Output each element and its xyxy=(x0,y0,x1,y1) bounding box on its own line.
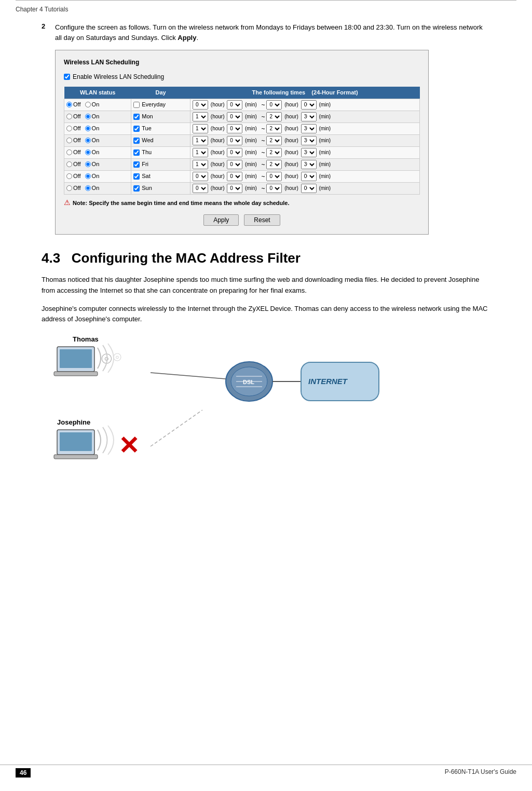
day-cell: Wed xyxy=(131,134,190,146)
radio-on[interactable] xyxy=(85,126,91,131)
day-cell: Sun xyxy=(131,182,190,194)
day-checkbox[interactable] xyxy=(133,114,140,120)
day-label: Sat xyxy=(142,172,151,181)
apply-bold: Apply xyxy=(178,34,196,42)
wlan-status-cell: Off On xyxy=(64,99,131,111)
day-checkbox[interactable] xyxy=(133,126,140,132)
section-number: 4.3 xyxy=(42,250,60,266)
hour2-label: (hour) xyxy=(283,113,299,120)
svg-line-18 xyxy=(151,410,202,446)
hour1-select[interactable]: 0001020304050607080910111213141516171819… xyxy=(193,160,208,169)
hour2-select[interactable]: 0001020304050607080910111213141516171819… xyxy=(266,184,282,193)
day-label: Sun xyxy=(142,184,152,193)
radio-on[interactable] xyxy=(85,161,91,167)
table-row: Off On Fri 00010203040506070809101112131… xyxy=(64,158,420,170)
footer-right: P-660N-T1A User's Guide xyxy=(445,768,516,778)
min2-select[interactable]: 0001020304050607080910111213141516171819… xyxy=(301,100,317,110)
radio-on[interactable] xyxy=(85,185,91,191)
schedule-table: WLAN status Day The following times (24-… xyxy=(64,87,420,195)
radio-off[interactable] xyxy=(66,185,72,191)
day-cell: Mon xyxy=(131,111,190,122)
day-checkbox[interactable] xyxy=(133,102,140,108)
step-text: Configure the screen as follows. Turn on… xyxy=(55,22,490,235)
min1-select[interactable]: 0001020304050607080910111213141516171819… xyxy=(227,160,242,169)
hour1-select[interactable]: 0001020304050607080910111213141516171819… xyxy=(193,184,208,193)
table-row: Off On Tue 00010203040506070809101112131… xyxy=(64,122,420,134)
min-label: (min) xyxy=(243,172,260,180)
section-title: Configuring the MAC Address Filter xyxy=(72,250,301,266)
min1-select[interactable]: 0001020304050607080910111213141516171819… xyxy=(227,172,242,181)
min2-select[interactable]: 0001020304050607080910111213141516171819… xyxy=(301,172,317,181)
radio-off[interactable] xyxy=(66,149,72,155)
time-cell: 0001020304050607080910111213141516171819… xyxy=(190,99,420,111)
hour2-select[interactable]: 0001020304050607080910111213141516171819… xyxy=(266,160,282,169)
hour2-select[interactable]: 0001020304050607080910111213141516171819… xyxy=(266,100,282,110)
hour1-select[interactable]: 0001020304050607080910111213141516171819… xyxy=(193,112,208,121)
radio-off[interactable] xyxy=(66,161,72,167)
min-label: (min) xyxy=(243,113,260,120)
day-cell: Sat xyxy=(131,170,190,182)
day-checkbox[interactable] xyxy=(133,161,140,168)
min1-select[interactable]: 0001020304050607080910111213141516171819… xyxy=(227,148,242,157)
tilde: ~ xyxy=(261,136,265,145)
note-label: Note: xyxy=(73,200,87,206)
tilde: ~ xyxy=(261,184,265,193)
day-cell: Thu xyxy=(131,146,190,158)
hour2-select[interactable]: 0001020304050607080910111213141516171819… xyxy=(266,148,282,157)
radio-on[interactable] xyxy=(85,138,91,143)
min2-select[interactable]: 0001020304050607080910111213141516171819… xyxy=(301,136,317,145)
table-row: Off On Sat 00010203040506070809101112131… xyxy=(64,170,420,182)
hour1-select[interactable]: 0001020304050607080910111213141516171819… xyxy=(193,100,208,110)
radio-off[interactable] xyxy=(66,114,72,119)
hour1-select[interactable]: 0001020304050607080910111213141516171819… xyxy=(193,136,208,145)
day-checkbox[interactable] xyxy=(133,149,140,156)
screenshot-title: Wireless LAN Scheduling xyxy=(64,58,420,67)
min-label: (min) xyxy=(243,101,260,108)
min1-select[interactable]: 0001020304050607080910111213141516171819… xyxy=(227,136,242,145)
hour2-select[interactable]: 0001020304050607080910111213141516171819… xyxy=(266,124,282,133)
min2-select[interactable]: 0001020304050607080910111213141516171819… xyxy=(301,184,317,193)
day-checkbox[interactable] xyxy=(133,138,140,144)
hour1-select[interactable]: 0001020304050607080910111213141516171819… xyxy=(193,148,208,157)
hour-label: (hour) xyxy=(209,172,226,180)
min2-select[interactable]: 0001020304050607080910111213141516171819… xyxy=(301,112,317,121)
page-number: 46 xyxy=(16,768,31,778)
hour1-select[interactable]: 0001020304050607080910111213141516171819… xyxy=(193,172,208,181)
hour2-select[interactable]: 0001020304050607080910111213141516171819… xyxy=(266,136,282,145)
min2-select[interactable]: 0001020304050607080910111213141516171819… xyxy=(301,160,317,169)
hour2-select[interactable]: 0001020304050607080910111213141516171819… xyxy=(266,172,282,181)
day-label: Everyday xyxy=(142,100,166,109)
svg-text:⦾: ⦾ xyxy=(113,351,121,363)
radio-off[interactable] xyxy=(66,173,72,179)
apply-button[interactable]: Apply xyxy=(203,214,239,226)
time-cell: 0001020304050607080910111213141516171819… xyxy=(190,170,420,182)
day-checkbox[interactable] xyxy=(133,173,140,180)
hour-label: (hour) xyxy=(209,101,226,108)
min2-label: (min) xyxy=(318,172,331,180)
min1-select[interactable]: 0001020304050607080910111213141516171819… xyxy=(227,100,242,110)
day-label: Fri xyxy=(142,160,148,169)
radio-off[interactable] xyxy=(66,102,72,107)
min2-select[interactable]: 0001020304050607080910111213141516171819… xyxy=(301,148,317,157)
enable-scheduling-checkbox[interactable] xyxy=(64,74,70,80)
hour2-select[interactable]: 0001020304050607080910111213141516171819… xyxy=(266,112,282,121)
min2-select[interactable]: 0001020304050607080910111213141516171819… xyxy=(301,124,317,133)
min1-select[interactable]: 0001020304050607080910111213141516171819… xyxy=(227,124,242,133)
radio-off[interactable] xyxy=(66,126,72,131)
wlan-status-cell: Off On xyxy=(64,170,131,182)
radio-off[interactable] xyxy=(66,138,72,143)
wlan-status-cell: Off On xyxy=(64,134,131,146)
min1-select[interactable]: 0001020304050607080910111213141516171819… xyxy=(227,184,242,193)
radio-on[interactable] xyxy=(85,173,91,179)
min1-select[interactable]: 0001020304050607080910111213141516171819… xyxy=(227,112,242,121)
step-2-block: 2 Configure the screen as follows. Turn … xyxy=(42,22,490,235)
radio-on[interactable] xyxy=(85,114,91,119)
hour1-select[interactable]: 0001020304050607080910111213141516171819… xyxy=(193,124,208,133)
svg-text:✕: ✕ xyxy=(118,432,139,459)
radio-on[interactable] xyxy=(85,149,91,155)
radio-on[interactable] xyxy=(85,102,91,107)
reset-button[interactable]: Reset xyxy=(244,214,280,226)
hour-label: (hour) xyxy=(209,137,226,144)
day-checkbox[interactable] xyxy=(133,185,140,192)
wlan-status-cell: Off On xyxy=(64,158,131,170)
